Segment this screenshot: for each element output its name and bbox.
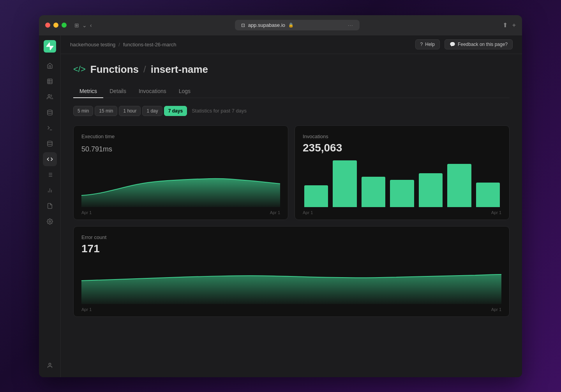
execution-time-value: 50.791ms [81, 142, 280, 154]
invocations-label: Invocations [303, 134, 501, 139]
sidebar-toggle-icon[interactable]: ⊞ [74, 22, 79, 28]
filter-1day[interactable]: 1 day [142, 106, 162, 116]
sidebar-item-reports[interactable] [43, 183, 57, 197]
titlebar-right: ⬆ + [503, 21, 516, 29]
tab-nav: Metrics Details Invocations Logs [73, 85, 510, 98]
breadcrumb: hackerhouse testing / functions-test-26-… [70, 42, 176, 47]
stats-period-label: Statistics for past 7 days [192, 108, 247, 114]
url-display[interactable]: ⊡ app.supabase.io 🔒 ··· [235, 20, 360, 30]
invocations-bar-chart [303, 160, 501, 207]
charts-grid: Execution time 50.791ms [73, 125, 510, 220]
app-window: ⊞ ⌄ ‹ ⊡ app.supabase.io 🔒 ··· ⬆ + [39, 15, 522, 377]
sidebar-item-settings[interactable] [43, 214, 57, 229]
sidebar-item-terminal[interactable] [43, 121, 57, 135]
share-icon[interactable]: ⬆ [503, 21, 508, 29]
help-button[interactable]: ? Help [415, 39, 440, 49]
sidebar [39, 35, 61, 377]
functions-icon: </> [73, 64, 86, 74]
tab-logs[interactable]: Logs [173, 85, 197, 98]
titlebar: ⊞ ⌄ ‹ ⊡ app.supabase.io 🔒 ··· ⬆ + [39, 15, 522, 35]
feedback-button[interactable]: 💬 Feedback on this page? [445, 39, 513, 49]
bar-5 [419, 173, 443, 207]
tab-details[interactable]: Details [103, 85, 132, 98]
tab-invocations[interactable]: Invocations [132, 85, 173, 98]
bar-6 [447, 164, 471, 207]
url-text: app.supabase.io [248, 22, 285, 28]
main-layout: hackerhouse testing / functions-test-26-… [39, 35, 522, 377]
breadcrumb-project[interactable]: hackerhouse testing [70, 42, 115, 47]
address-bar: ⊡ app.supabase.io 🔒 ··· [97, 20, 498, 30]
error-count-chart [81, 261, 501, 304]
sidebar-item-profile[interactable] [43, 359, 57, 373]
invocations-dates: Apr 1 Apr 1 [303, 210, 501, 215]
breadcrumb-sep1: / [118, 42, 120, 47]
page-subtitle: insert-name [151, 63, 208, 76]
bar-3 [362, 177, 385, 207]
error-count-value: 171 [81, 243, 501, 255]
page-icon: ⊡ [241, 23, 245, 28]
svg-point-5 [48, 110, 52, 111]
sidebar-item-users[interactable] [43, 90, 57, 104]
sidebar-item-docs[interactable] [43, 199, 57, 213]
error-count-dates: Apr 1 Apr 1 [81, 307, 501, 312]
sidebar-item-functions[interactable] [43, 152, 57, 166]
sidebar-item-storage[interactable] [43, 105, 57, 120]
execution-time-dates: Apr 1 Apr 1 [81, 210, 280, 215]
time-filter: 5 min 15 min 1 hour 1 day 7 days Statist… [73, 106, 510, 116]
filter-15min[interactable]: 15 min [95, 106, 117, 116]
chat-icon: 💬 [450, 42, 455, 47]
svg-point-17 [49, 221, 51, 222]
filter-1hour[interactable]: 1 hour [119, 106, 141, 116]
lock-icon: 🔒 [288, 23, 294, 28]
filter-5min[interactable]: 5 min [73, 106, 93, 116]
bar-2 [333, 160, 356, 207]
bar-7 [476, 183, 500, 207]
svg-point-7 [48, 141, 52, 142]
invocations-value: 235,063 [303, 142, 501, 154]
execution-time-card: Execution time 50.791ms [73, 125, 288, 220]
tab-metrics[interactable]: Metrics [73, 85, 103, 98]
svg-point-18 [49, 363, 51, 365]
new-tab-icon[interactable]: + [512, 22, 516, 29]
close-button[interactable] [45, 23, 50, 28]
content-area: </> Functions / insert-name Metrics Deta… [61, 54, 522, 377]
top-nav-right: ? Help 💬 Feedback on this page? [415, 39, 513, 49]
bar-1 [304, 185, 328, 207]
page-header: </> Functions / insert-name [73, 63, 510, 76]
sidebar-item-home[interactable] [43, 59, 57, 73]
sidebar-item-table[interactable] [43, 74, 57, 88]
page-title: Functions [90, 63, 139, 76]
invocations-card: Invocations 235,063 Apr 1 [295, 125, 510, 220]
supabase-logo[interactable] [44, 40, 56, 53]
breadcrumb-page[interactable]: functions-test-26-march [123, 42, 176, 47]
back-icon[interactable]: ‹ [90, 22, 92, 28]
chevron-down-icon[interactable]: ⌄ [82, 22, 87, 28]
svg-rect-0 [48, 79, 52, 84]
traffic-lights [45, 23, 67, 28]
minimize-button[interactable] [53, 23, 58, 28]
filter-7days[interactable]: 7 days [164, 106, 187, 116]
maximize-button[interactable] [62, 23, 67, 28]
titlebar-controls: ⊞ ⌄ ‹ [74, 22, 92, 28]
bar-4 [390, 180, 414, 207]
sidebar-item-database[interactable] [43, 137, 57, 151]
error-count-card: Error count 171 [73, 226, 510, 317]
more-dots-icon[interactable]: ··· [348, 22, 353, 28]
help-icon: ? [420, 42, 423, 47]
page-title-sep: / [143, 64, 146, 75]
error-count-label: Error count [81, 234, 501, 240]
top-nav: hackerhouse testing / functions-test-26-… [61, 35, 522, 54]
svg-point-4 [48, 95, 50, 97]
sidebar-item-logs[interactable] [43, 168, 57, 182]
execution-time-chart [81, 160, 280, 207]
execution-time-label: Execution time [81, 134, 280, 139]
